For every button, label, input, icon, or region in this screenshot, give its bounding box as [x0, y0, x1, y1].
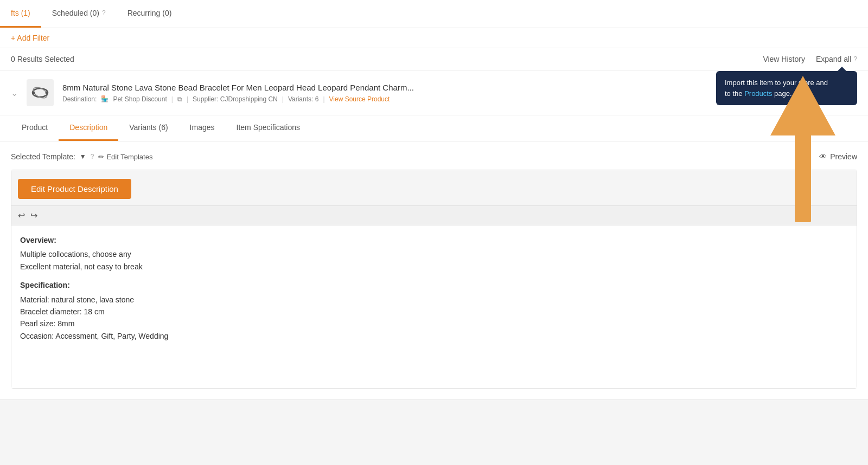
- preview-button[interactable]: 👁 Preview: [819, 152, 857, 161]
- results-bar: 0 Results Selected View History Expand a…: [0, 48, 868, 70]
- description-section: Selected Template: ▼ ? ✏ Edit Templates …: [0, 141, 868, 399]
- template-row: Selected Template: ▼ ? ✏ Edit Templates …: [11, 152, 857, 161]
- scheduled-help-icon: ?: [102, 9, 106, 17]
- specification-body: Material: natural stone, lava stone Brac…: [20, 294, 848, 343]
- template-right: 👁 Preview: [819, 152, 857, 161]
- svg-point-3: [46, 92, 48, 94]
- overview-body: Multiple collocations, choose any Excell…: [20, 248, 848, 273]
- tooltip-arrow: [838, 67, 846, 71]
- spec-line3: Pearl size: 8mm: [20, 318, 848, 330]
- add-filter-button[interactable]: + Add Filter: [11, 34, 49, 42]
- copy-icon[interactable]: ⧉: [177, 95, 182, 103]
- tab-recurring[interactable]: Recurring (0): [117, 0, 183, 28]
- template-label: Selected Template:: [11, 152, 75, 161]
- tab-variants[interactable]: Variants (6): [118, 115, 178, 141]
- product-info: 8mm Natural Stone Lava Stone Bead Bracel…: [62, 83, 717, 103]
- editor-area: Edit Product Description ↩ ↪ Overview: M…: [11, 170, 857, 389]
- supplier-label: Supplier: CJDropshipping CN: [193, 95, 278, 103]
- results-count: 0 Results Selected: [11, 55, 74, 63]
- results-actions: View History Expand all ? Import this it…: [763, 55, 857, 63]
- spec-line1: Material: natural stone, lava stone: [20, 294, 848, 306]
- eye-icon: 👁: [819, 152, 827, 161]
- product-collapse-chevron[interactable]: ⌄: [11, 88, 18, 98]
- view-source-link[interactable]: View Source Product: [329, 95, 390, 103]
- product-image: [27, 79, 54, 106]
- specification-heading: Specification:: [20, 279, 848, 291]
- edit-templates-button[interactable]: ✏ Edit Templates: [98, 153, 152, 161]
- overview-line2: Excellent material, not easy to break: [20, 261, 848, 273]
- template-left: Selected Template: ▼ ? ✏ Edit Templates: [11, 152, 152, 161]
- tab-description[interactable]: Description: [59, 115, 118, 141]
- tab-item-specifications[interactable]: Item Specifications: [226, 115, 311, 141]
- overview-heading: Overview:: [20, 234, 848, 246]
- undo-button[interactable]: ↩: [18, 210, 25, 221]
- destination-name: Pet Shop Discount: [113, 95, 167, 103]
- tab-fts[interactable]: fts (1): [0, 0, 41, 28]
- editor-content[interactable]: Overview: Multiple collocations, choose …: [11, 225, 857, 388]
- import-tooltip: Import this item to your store and to th…: [716, 71, 857, 105]
- product-sub-tabs: Product Description Variants (6) Images …: [0, 115, 868, 141]
- template-dropdown-chevron[interactable]: ▼: [80, 153, 86, 160]
- editor-header: Edit Product Description: [11, 170, 857, 206]
- store-icon: 🏪: [101, 95, 108, 102]
- spec-line2: Bracelet diameter: 18 cm: [20, 306, 848, 318]
- tab-product[interactable]: Product: [11, 115, 59, 141]
- overview-line1: Multiple collocations, choose any: [20, 248, 848, 260]
- product-title: 8mm Natural Stone Lava Stone Bead Bracel…: [62, 83, 717, 92]
- product-card: ⌄ 8mm Natural Stone Lava Stone Bead Brac…: [0, 70, 868, 400]
- tooltip-products-link[interactable]: Products: [744, 89, 772, 98]
- tab-images[interactable]: Images: [179, 115, 226, 141]
- tab-scheduled[interactable]: Scheduled (0) ?: [41, 0, 117, 28]
- pencil-icon: ✏: [98, 153, 104, 161]
- expand-help-icon: ?: [853, 55, 857, 63]
- edit-product-description-button[interactable]: Edit Product Description: [18, 179, 131, 199]
- redo-button[interactable]: ↪: [30, 210, 37, 221]
- product-meta: Destination: 🏪 Pet Shop Discount | ⧉ | S…: [62, 95, 717, 103]
- variants-label: Variants: 6: [288, 95, 318, 103]
- main-tabs: fts (1) Scheduled (0) ? Recurring (0): [0, 0, 868, 28]
- editor-toolbar: ↩ ↪: [11, 206, 857, 225]
- spec-line4: Occasion: Accessment, Gift, Party, Weddi…: [20, 330, 848, 342]
- template-help-icon[interactable]: ?: [91, 153, 94, 160]
- svg-point-2: [33, 92, 35, 94]
- expand-all-button[interactable]: Expand all ?: [816, 55, 857, 63]
- filter-row: + Add Filter: [0, 28, 868, 48]
- view-history-button[interactable]: View History: [763, 55, 805, 63]
